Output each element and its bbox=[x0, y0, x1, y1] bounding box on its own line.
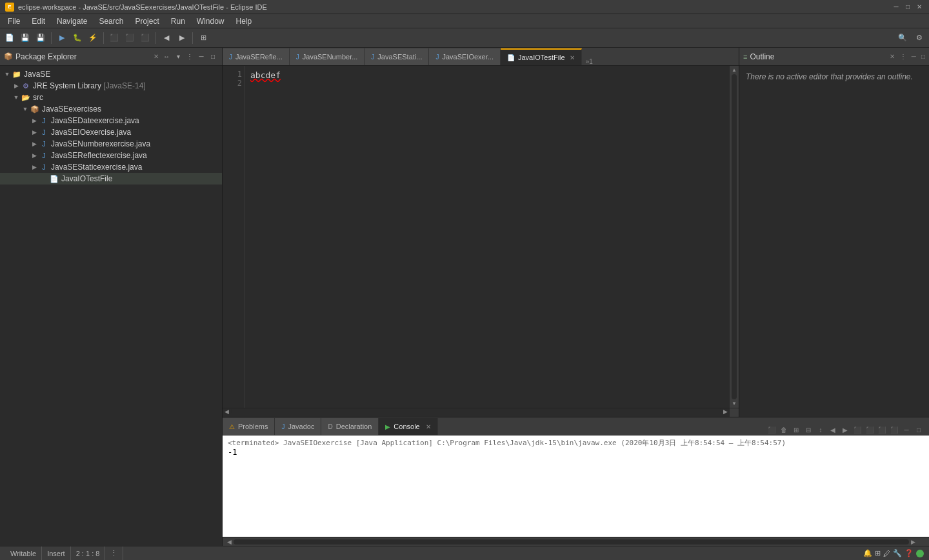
tree-item-javase[interactable]: ▼ 📁 JavaSE bbox=[0, 68, 222, 80]
console-btn-6[interactable]: ◀ bbox=[828, 425, 838, 435]
toolbar-perspective-btn[interactable]: ⊞ bbox=[196, 31, 210, 45]
tab-iotestfile-close[interactable]: ✕ bbox=[570, 54, 575, 61]
tree-item-numberexercise[interactable]: ▶ J JavaSENumberexercise.java bbox=[0, 138, 222, 150]
vscroll-up[interactable]: ▲ bbox=[732, 67, 737, 73]
menu-file[interactable]: File bbox=[3, 15, 25, 27]
pe-menu-btn[interactable]: ⋮ bbox=[185, 52, 195, 62]
code-editor[interactable]: abcdef bbox=[245, 66, 730, 408]
tree-item-ioexercise[interactable]: ▶ J JavaSEIOexercise.java bbox=[0, 126, 222, 138]
tab-console[interactable]: ▶ Console ✕ bbox=[379, 418, 437, 435]
toolbar-btn-5[interactable]: ⬛ bbox=[123, 31, 137, 45]
eclipse-icon: E bbox=[5, 3, 14, 12]
toolbar-search-btn[interactable]: 🔍 bbox=[895, 31, 910, 45]
vscroll-track[interactable] bbox=[732, 74, 737, 399]
window-controls: ─ □ ✕ bbox=[892, 3, 924, 12]
tree-item-jre[interactable]: ▶ ⚙ JRE System Library [JavaSE-14] bbox=[0, 80, 222, 92]
tab-ioexer-label: JavaSEIOexer... bbox=[442, 53, 493, 61]
outline-minimize-btn[interactable]: ─ bbox=[912, 53, 916, 60]
tab-overflow[interactable]: »1 bbox=[582, 58, 597, 65]
tab-reflect[interactable]: J JavaSERefle... bbox=[223, 48, 290, 65]
console-btn-7[interactable]: ▶ bbox=[840, 425, 850, 435]
console-hscroll-right[interactable]: ▶ bbox=[909, 539, 917, 545]
close-button[interactable]: ✕ bbox=[915, 3, 924, 12]
console-content[interactable]: <terminated> JavaSEIOexercise [Java Appl… bbox=[223, 435, 929, 537]
toolbar-new-btn[interactable]: 📄 bbox=[3, 31, 17, 45]
toolbar-btn-3[interactable]: ⚡ bbox=[86, 31, 100, 45]
tab-ioexer[interactable]: J JavaSEIOexer... bbox=[429, 48, 500, 65]
tree-item-dateexercise[interactable]: ▶ J JavaSEDateexercise.java bbox=[0, 115, 222, 126]
toolbar-save-all-btn[interactable]: 💾 bbox=[34, 31, 48, 45]
status-position: 2 : 1 : 8 bbox=[71, 546, 106, 560]
status-right-icon-5[interactable]: ❓ bbox=[904, 549, 914, 557]
toolbar-settings-btn[interactable]: ⚙ bbox=[912, 31, 926, 45]
console-hscroll-left[interactable]: ◀ bbox=[225, 539, 234, 545]
hscroll-right[interactable]: ▶ bbox=[721, 408, 730, 417]
pe-maximize-btn[interactable]: □ bbox=[208, 52, 218, 62]
editor-content: 1 2 abcdef ▲ ▼ bbox=[223, 66, 739, 408]
console-btn-4[interactable]: ⊟ bbox=[803, 425, 814, 435]
console-hscroll-track[interactable] bbox=[234, 539, 909, 545]
tab-reflect-icon: J bbox=[229, 54, 232, 61]
pe-controls: ↔ ▾ ⋮ ─ □ bbox=[161, 52, 218, 62]
toolbar-btn-7[interactable]: ◀ bbox=[159, 31, 174, 45]
pe-sync-btn[interactable]: ↔ bbox=[161, 52, 172, 62]
pe-close-btn[interactable]: ✕ bbox=[154, 53, 159, 60]
console-btn-10[interactable]: ⬛ bbox=[877, 425, 887, 435]
toolbar-run-btn[interactable]: ▶ bbox=[55, 31, 69, 45]
menu-window[interactable]: Window bbox=[192, 15, 230, 27]
console-btn-9[interactable]: ⬛ bbox=[864, 425, 875, 435]
vscroll-down[interactable]: ▼ bbox=[732, 401, 737, 406]
status-right-icon-2[interactable]: ⊞ bbox=[875, 549, 881, 557]
console-btn-8[interactable]: ⬛ bbox=[852, 425, 863, 435]
console-maximize-btn[interactable]: □ bbox=[914, 425, 924, 435]
status-insert-text: Insert bbox=[47, 550, 65, 557]
tab-problems[interactable]: ⚠ Problems bbox=[223, 418, 275, 435]
tree-label-iotestfile: JavaIOTestFile bbox=[61, 174, 112, 183]
hscroll-left[interactable]: ◀ bbox=[223, 408, 231, 417]
menu-search[interactable]: Search bbox=[94, 15, 128, 27]
console-minimize-btn[interactable]: ─ bbox=[901, 425, 912, 435]
maximize-button[interactable]: □ bbox=[903, 3, 912, 12]
pe-collapse-btn[interactable]: ▾ bbox=[173, 52, 183, 62]
tab-console-close[interactable]: ✕ bbox=[426, 423, 431, 430]
menu-edit[interactable]: Edit bbox=[26, 15, 50, 27]
tree-item-iotestfile[interactable]: 📄 JavaIOTestFile bbox=[0, 173, 222, 185]
tree-item-javaexercises[interactable]: ▼ 📦 JavaSEexercises bbox=[0, 103, 222, 115]
toolbar-btn-4[interactable]: ⬛ bbox=[107, 31, 121, 45]
menu-run[interactable]: Run bbox=[166, 15, 190, 27]
console-btn-11[interactable]: ⬛ bbox=[889, 425, 899, 435]
outline-menu-btn[interactable]: ⋮ bbox=[900, 53, 906, 60]
tab-number[interactable]: J JavaSENumber... bbox=[290, 48, 365, 65]
tree-item-staticexercise[interactable]: ▶ J JavaSEStaticexercise.java bbox=[0, 161, 222, 173]
minimize-button[interactable]: ─ bbox=[892, 3, 901, 12]
tab-iotestfile[interactable]: 📄 JavaIOTestFile ✕ bbox=[501, 48, 582, 65]
menu-help[interactable]: Help bbox=[231, 15, 257, 27]
hscroll-track[interactable] bbox=[231, 408, 721, 414]
outline-close-btn[interactable]: ✕ bbox=[890, 53, 895, 60]
menu-project[interactable]: Project bbox=[130, 15, 164, 27]
tab-static[interactable]: J JavaSEStati... bbox=[365, 48, 429, 65]
console-btn-5[interactable]: ↕ bbox=[815, 425, 826, 435]
tree-item-reflectexercise[interactable]: ▶ J JavaSEReflectexercise.java bbox=[0, 150, 222, 161]
console-clear-btn[interactable]: 🗑 bbox=[779, 425, 789, 435]
tab-javadoc[interactable]: J Javadoc bbox=[275, 418, 321, 435]
tab-iotestfile-icon: 📄 bbox=[507, 54, 515, 61]
tab-declaration[interactable]: D Declaration bbox=[321, 418, 379, 435]
status-right-icon-4[interactable]: 🔧 bbox=[893, 549, 902, 557]
tree-item-src[interactable]: ▼ 📂 src bbox=[0, 92, 222, 103]
toolbar-save-btn[interactable]: 💾 bbox=[18, 31, 32, 45]
toolbar-btn-6[interactable]: ⬛ bbox=[138, 31, 152, 45]
toolbar-btn-8[interactable]: ▶ bbox=[175, 31, 189, 45]
pe-minimize-btn[interactable]: ─ bbox=[196, 52, 206, 62]
status-right-icon-3[interactable]: 🖊 bbox=[883, 550, 890, 557]
editor-vscrollbar[interactable]: ▲ ▼ bbox=[730, 66, 739, 408]
console-stop-btn[interactable]: ⬛ bbox=[766, 425, 777, 435]
toolbar-debug-btn[interactable]: 🐛 bbox=[70, 31, 85, 45]
outline-maximize-btn[interactable]: □ bbox=[921, 53, 925, 60]
tree-icon-java-date: J bbox=[39, 115, 49, 126]
tree-arrow-numberexercise: ▶ bbox=[30, 139, 39, 148]
console-btn-3[interactable]: ⊞ bbox=[791, 425, 801, 435]
menu-navigate[interactable]: Navigate bbox=[52, 15, 92, 27]
status-right-icon-1[interactable]: 🔔 bbox=[863, 549, 872, 557]
status-right: 🔔 ⊞ 🖊 🔧 ❓ bbox=[863, 549, 924, 557]
